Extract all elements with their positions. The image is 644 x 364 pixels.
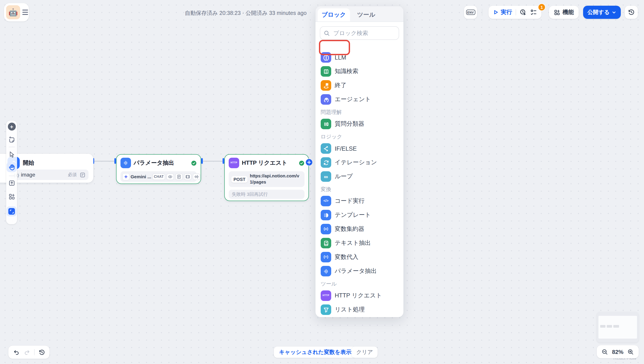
zoom-out-button[interactable] [602,348,608,355]
minimap[interactable] [597,312,639,342]
block-item-質問分類器[interactable]: 質問分類器 [318,118,399,130]
retry-text: 失敗時 3回再試行 [232,191,268,197]
clear-button[interactable]: クリア [351,346,378,358]
block-item-イテレーション[interactable]: イテレーション [318,156,399,169]
start-field-name: image [21,172,66,178]
checklist-icon[interactable] [530,9,537,16]
version-history-button[interactable] [625,6,638,19]
notification-badge: 1 [538,4,546,11]
panel-tabs: ブロック ツール [316,6,404,22]
change-history-button[interactable] [38,349,45,356]
http-request-node[interactable]: HTTP HTTP リクエスト POST https://api.notion.… [224,154,309,201]
header-divider [482,9,482,16]
show-cached-variables-button[interactable]: キャッシュされた変数を表示 [274,346,356,358]
section-header: 変換 [318,185,399,193]
section-header: ツール [318,280,399,288]
block-item-label: エージェント [335,96,371,103]
block-item-label: 知識検索 [335,68,358,75]
block-item-HTTP リクエスト[interactable]: HTTPHTTP リクエスト [318,290,399,302]
doc-extract-icon [321,238,331,248]
block-item-変数集約器[interactable]: {x}変数集約器 [318,223,399,235]
block-item-エージェント[interactable]: エージェント [318,93,399,106]
required-label: 必須 [68,172,77,178]
vision-eye-icon [166,173,174,180]
block-item-テンプレート[interactable]: テンプレート [318,209,399,221]
tab-tools[interactable]: ツール [350,8,382,22]
param-input-handle[interactable] [114,158,116,164]
classifier-icon [321,119,331,129]
block-item-パラメータ抽出[interactable]: パラメータ抽出 [318,265,399,277]
export-icon[interactable] [8,180,15,186]
method-badge: POST [231,176,248,182]
dots-icon [321,266,331,276]
autosave-status: 自動保存済み 20:38:23 · 公開済み 33 minutes ago [185,10,307,17]
fit-view-button[interactable] [6,206,17,216]
model-row[interactable]: Gemini ... CHAT [120,171,197,182]
http-node-title: HTTP リクエスト [242,159,296,167]
funnel-icon [321,304,331,315]
block-item-知識検索[interactable]: 知識検索 [318,65,399,78]
add-next-node-button[interactable] [305,158,313,166]
edge-param-to-http [203,161,222,162]
template-icon [321,210,331,220]
app-menu[interactable]: 🤖 [4,3,29,22]
parameter-extractor-node[interactable]: パラメータ抽出 Gemini ... CHAT [116,154,201,184]
start-field-row[interactable]: {x} image 必須 [10,170,88,180]
hand-tool-button[interactable] [6,162,17,172]
publish-button[interactable]: 公開する [583,6,620,19]
run-history-icon[interactable] [520,9,526,16]
features-button[interactable]: 機能 [549,6,579,19]
block-item-変数代入[interactable]: {=}変数代入 [318,251,399,263]
block-item-label: パラメータ抽出 [335,267,377,275]
redo-button[interactable] [24,349,30,356]
block-item-label: HTTP リクエスト [335,292,382,300]
block-item-label: 質問分類器 [335,120,364,128]
block-item-リスト処理[interactable]: リスト処理 [318,304,399,316]
hamburger-menu-icon[interactable] [22,10,28,15]
squares-plus-icon [554,9,560,16]
form-icon [80,172,86,178]
block-item-ループ[interactable]: ∞ループ [318,170,399,183]
play-icon [493,9,499,15]
run-button[interactable]: 実行 [493,8,512,16]
block-item-コード実行[interactable]: </>コード実行 [318,195,399,207]
zoom-in-button[interactable] [627,348,634,355]
tab-blocks[interactable]: ブロック [318,8,350,22]
block-item-終了[interactable]: 終了 [318,79,399,92]
pointer-tool-button[interactable] [8,151,15,158]
edge-start-to-param [94,161,114,162]
param-node-title: パラメータ抽出 [134,159,188,167]
organize-blocks-icon[interactable] [8,193,15,200]
block-item-IF/ELSE[interactable]: IF/ELSE [318,142,399,154]
toolbar-divider [8,147,15,147]
block-search[interactable] [320,26,399,40]
request-row[interactable]: POST https://api.notion.com/v1/pages [229,171,304,187]
canvas-toolbar: + [6,120,17,224]
block-item-LLM[interactable]: LLM [318,51,399,64]
section-header: 問題理解 [318,108,399,116]
retry-row[interactable]: 失敗時 3回再試行 [229,190,304,199]
block-selector-panel: ブロック ツール LLM知識検索終了エージェント問題理解質問分類器ロジックIF/… [316,6,404,317]
history-icon [628,9,635,16]
success-check-icon [191,160,197,166]
block-item-label: ループ [335,172,353,180]
block-item-テキスト抽出[interactable]: テキスト抽出 [318,237,399,249]
workflow-editor: 開始 {x} image 必須 パラメータ抽出 Gemini ... [0,0,644,364]
block-item-label: イテレーション [335,158,377,166]
http-input-handle[interactable] [222,158,224,164]
divider [34,349,34,355]
agent-icon [321,94,331,105]
chat-mode-badge: CHAT [153,173,165,180]
zoom-level: 82% [612,348,624,355]
add-note-button[interactable] [8,136,15,143]
param-output-handle[interactable] [201,158,203,164]
run-controls: 実行 [488,6,542,19]
block-search-input[interactable] [332,29,391,37]
braces-equal-icon: {=} [321,252,331,262]
http-icon: HTTP [229,158,239,168]
block-item-label: テンプレート [335,211,371,219]
env-variables-button[interactable]: ENV [464,6,477,19]
block-item-label: LLM [335,54,346,61]
add-block-button[interactable]: + [8,123,16,130]
undo-button[interactable] [13,349,20,356]
